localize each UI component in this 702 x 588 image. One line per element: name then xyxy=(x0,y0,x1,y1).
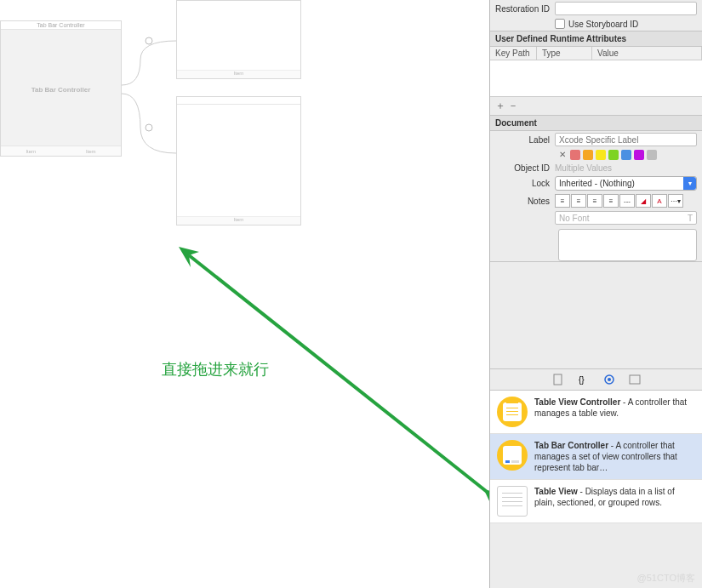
svg-line-2 xyxy=(189,255,511,511)
label-field[interactable] xyxy=(555,133,697,146)
color-swatch-yellow[interactable] xyxy=(596,150,606,160)
align-left-button[interactable]: ≡ xyxy=(555,194,570,208)
media-library-tab-icon[interactable] xyxy=(628,373,642,386)
label-label: Label xyxy=(495,135,555,145)
library-item-table-view[interactable]: Table View - Displays data in a list of … xyxy=(490,480,702,523)
svg-text:{}: {} xyxy=(579,375,585,385)
inspector-panel: Restoration ID Use Storyboard ID User De… xyxy=(489,0,702,588)
uda-table-body[interactable] xyxy=(490,60,702,96)
use-storyboard-id-checkbox[interactable] xyxy=(555,19,565,29)
notes-label: Notes xyxy=(495,197,555,206)
storyboard-canvas[interactable]: Tab Bar Controller Tab Bar Controller It… xyxy=(0,0,489,588)
watermark: @51CTO博客 xyxy=(637,572,695,585)
color-swatch-green[interactable] xyxy=(608,150,619,160)
lock-select[interactable]: Inherited - (Nothing) ▾ xyxy=(555,176,697,191)
object-library-list[interactable]: Table View Controller - A controller tha… xyxy=(490,391,702,523)
code-snippet-tab-icon[interactable]: {} xyxy=(577,373,591,386)
file-template-tab-icon[interactable] xyxy=(551,373,565,386)
use-storyboard-id-label: Use Storyboard ID xyxy=(568,20,638,29)
restoration-id-field[interactable] xyxy=(555,2,697,15)
scene-view-controller-1[interactable]: Item xyxy=(176,0,301,79)
color-swatch-blue[interactable] xyxy=(621,150,631,160)
label-color-swatches: ✕ xyxy=(555,150,657,160)
more-button[interactable]: ⋯▾ xyxy=(668,194,683,208)
align-right-button[interactable]: ≡ xyxy=(587,194,602,208)
scene-tab-bar-controller[interactable]: Tab Bar Controller Tab Bar Controller It… xyxy=(0,20,122,157)
tab-bar-item[interactable]: Item xyxy=(177,70,300,78)
table-view-icon xyxy=(497,486,528,517)
tab-bar-controller-icon xyxy=(497,440,528,471)
notes-textarea[interactable] xyxy=(558,229,697,261)
annotation-text: 直接拖进来就行 xyxy=(162,359,269,380)
document-header: Document xyxy=(490,115,702,131)
scene-view-controller-2[interactable]: Item xyxy=(176,96,301,225)
uda-header: User Defined Runtime Attributes xyxy=(490,31,702,47)
svg-rect-7 xyxy=(630,375,640,384)
color-swatch-orange[interactable] xyxy=(583,150,593,160)
color-swatch-red[interactable] xyxy=(570,150,580,160)
tab-bar-controller-placeholder: Tab Bar Controller xyxy=(31,86,91,94)
font-picker-icon[interactable]: T xyxy=(688,214,693,223)
tab-item[interactable]: Item xyxy=(26,149,36,154)
lock-label: Lock xyxy=(495,179,555,188)
align-justify-button[interactable]: ≡ xyxy=(603,194,619,208)
svg-point-6 xyxy=(608,378,611,381)
tab-bar-item[interactable]: Item xyxy=(177,216,300,225)
font-field[interactable]: No Font T xyxy=(555,211,697,225)
align-dash-button[interactable]: --- xyxy=(619,194,635,208)
color-swatch-gray[interactable] xyxy=(647,150,657,160)
table-view-controller-icon xyxy=(497,397,528,427)
library-item-tab-bar-controller[interactable]: Tab Bar Controller - A controller that m… xyxy=(490,434,702,480)
bg-color-button[interactable]: A xyxy=(652,194,667,208)
svg-point-1 xyxy=(146,124,152,131)
chevron-down-icon: ▾ xyxy=(683,177,696,190)
clear-color-button[interactable]: ✕ xyxy=(557,150,568,160)
add-attribute-button[interactable]: ＋ xyxy=(495,100,505,111)
remove-attribute-button[interactable]: － xyxy=(508,100,518,111)
library-tabs: {} xyxy=(490,368,702,391)
tab-item[interactable]: Item xyxy=(86,149,96,154)
tab-bar[interactable]: Item Item xyxy=(1,146,121,156)
svg-rect-3 xyxy=(554,374,562,385)
scene-title: Tab Bar Controller xyxy=(1,21,121,30)
svg-point-0 xyxy=(146,37,152,44)
object-library-tab-icon[interactable] xyxy=(602,373,616,386)
color-swatch-purple[interactable] xyxy=(634,150,644,160)
object-id-value: Multiple Values xyxy=(555,163,612,173)
object-id-label: Object ID xyxy=(495,163,555,173)
align-center-button[interactable]: ≡ xyxy=(571,194,586,208)
restoration-id-label: Restoration ID xyxy=(495,4,555,14)
scene-title xyxy=(177,97,300,105)
text-color-button[interactable]: ◢ xyxy=(636,194,651,208)
library-item-table-view-controller[interactable]: Table View Controller - A controller tha… xyxy=(490,391,702,434)
uda-table-header: Key Path Type Value xyxy=(490,47,702,60)
